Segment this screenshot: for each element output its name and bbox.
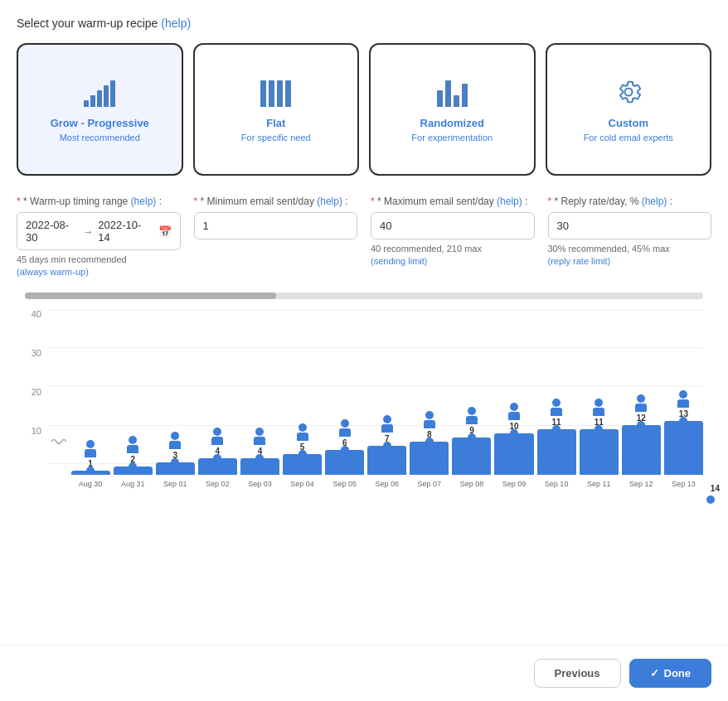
done-label: Done — [664, 667, 692, 679]
min-email-help-link[interactable]: (help) — [317, 196, 342, 207]
y-label-10: 10 — [25, 426, 41, 436]
bar-body-8 — [410, 442, 449, 475]
x-label-3: Sep 02 — [198, 480, 237, 490]
y-label-30: 30 — [25, 348, 41, 358]
chart-bar-group-10: 10 — [494, 403, 533, 475]
chart-bar-group-4: 4 — [240, 428, 279, 475]
wave-icon — [50, 433, 66, 450]
bar-dot-5 — [298, 450, 307, 458]
sending-limit-link[interactable]: (sending limit) — [371, 256, 427, 266]
recipe-card-flat[interactable]: Flat For specific need — [193, 43, 360, 176]
min-email-field: * * Minimum email sent/day (help) : — [194, 196, 358, 279]
x-label-6: Sep 05 — [325, 480, 364, 490]
always-warmup-link[interactable]: (always warm-up) — [17, 267, 89, 277]
figure-body — [677, 399, 689, 408]
done-button[interactable]: ✓ Done — [629, 659, 712, 688]
recipe-help-link[interactable]: (help) — [161, 17, 191, 30]
x-label-12: Sep 11 — [580, 480, 619, 490]
x-label-8: Sep 07 — [410, 480, 449, 490]
recipe-flat-subtitle: For specific need — [241, 133, 311, 143]
recipe-card-grow-progressive[interactable]: Grow - Progressive Most recommended — [17, 43, 183, 176]
bar-dot-11 — [552, 425, 561, 433]
x-label-13: Sep 12 — [622, 480, 661, 490]
warmup-help-link[interactable]: (help) — [131, 196, 157, 207]
date-range-input[interactable]: 2022-08-30 → 2022-10-14 📅 — [17, 212, 181, 250]
warmup-hint: 45 days min recommended (always warm-up) — [17, 254, 181, 279]
chart-scrollbar[interactable] — [25, 292, 703, 299]
chart-y-axis: 40 30 20 10 — [25, 309, 48, 490]
max-email-help-link[interactable]: (help) — [497, 196, 522, 207]
chart-container: 40 30 20 10 — [17, 292, 711, 490]
bar-dot-1 — [129, 462, 137, 471]
reply-rate-field: * * Reply rate/day, % (help) : 30% recom… — [548, 196, 712, 279]
figure-body — [635, 404, 647, 412]
bar-dot-10 — [510, 429, 518, 438]
figure-head — [298, 423, 307, 432]
bar-body-9 — [452, 438, 491, 475]
bar-dot-8 — [425, 438, 434, 446]
recipe-rand-subtitle: For experimentation — [411, 133, 493, 143]
x-label-14: Sep 13 — [664, 480, 703, 490]
max-email-field: * * Maximum email sent/day (help) : 40 r… — [371, 196, 535, 279]
bar-body-4 — [240, 458, 279, 475]
max-email-label: * * Maximum email sent/day (help) : — [371, 196, 535, 207]
figure-head — [510, 403, 518, 411]
bar-body-7 — [367, 446, 406, 475]
y-label-40: 40 — [25, 309, 41, 319]
max-email-input[interactable] — [371, 212, 535, 239]
bar-body-1 — [114, 467, 153, 475]
x-label-11: Sep 10 — [537, 480, 576, 490]
bar-dot-4 — [255, 454, 264, 462]
figure-body — [169, 441, 181, 449]
recipe-rand-title: Randomized — [420, 117, 484, 129]
recipe-card-randomized[interactable]: Randomized For experimentation — [369, 43, 536, 176]
chart-bar-group-8: 8 — [410, 411, 449, 475]
figure-head — [255, 428, 264, 436]
reply-rate-help-link[interactable]: (help) — [642, 196, 667, 207]
figure-head — [171, 432, 179, 440]
figure-body — [551, 408, 562, 416]
chart-bar-group-6: 6 — [325, 419, 364, 475]
bar-dot-0 — [86, 467, 95, 475]
chart-main: 1234456789101111121413 Aug 30Aug 31Sep 0… — [48, 309, 703, 490]
chart-bar-group-2: 3 — [156, 432, 195, 475]
previous-button[interactable]: Previous — [534, 659, 621, 688]
figure-body — [254, 437, 265, 445]
max-email-hint: 40 recommended, 210 max (sending limit) — [371, 243, 535, 268]
chart-bar-group-9: 9 — [452, 407, 491, 475]
figure-head — [383, 415, 391, 423]
x-label-7: Sep 06 — [367, 480, 406, 490]
figure-body — [211, 437, 223, 445]
x-label-9: Sep 08 — [452, 480, 491, 490]
figure-body — [424, 420, 435, 428]
bar-dot-7 — [383, 442, 391, 450]
min-email-label: * * Minimum email sent/day (help) : — [194, 196, 358, 207]
figure-head — [129, 436, 137, 444]
bar-body-5 — [283, 454, 322, 475]
bar-body-2 — [156, 462, 195, 475]
min-email-input[interactable] — [194, 212, 358, 239]
calendar-icon: 📅 — [158, 225, 172, 238]
reply-rate-limit-link[interactable]: (reply rate limit) — [548, 256, 611, 266]
figure-body — [593, 408, 604, 416]
recipe-flat-title: Flat — [266, 117, 285, 129]
select-recipe-label: Select your warm-up recipe — [17, 17, 158, 30]
chart-bar-group-3: 4 — [198, 428, 237, 475]
warmup-timing-label: * * Warm-up timing range (help) : — [17, 196, 181, 207]
figure-head — [637, 394, 645, 403]
figure-head — [468, 407, 476, 415]
date-arrow: → — [82, 225, 93, 238]
bar-dot-9 — [468, 433, 476, 442]
section-title: Select your warm-up recipe (help) — [17, 17, 711, 30]
x-axis-labels: Aug 30Aug 31Sep 01Sep 02Sep 03Sep 04Sep … — [48, 475, 703, 490]
form-row: * * Warm-up timing range (help) : 2022-0… — [17, 196, 711, 279]
recipe-card-custom[interactable]: Custom For cold email experts — [546, 43, 712, 176]
figure-head — [425, 411, 434, 419]
chart-bars: 1234456789101111121413 — [48, 309, 703, 475]
reply-rate-input[interactable] — [548, 212, 712, 239]
figure-head — [86, 440, 95, 448]
recipe-grow-subtitle: Most recommended — [60, 133, 140, 143]
figure-body — [466, 416, 478, 424]
chart-scrollbar-thumb — [25, 292, 276, 299]
figure-head — [679, 390, 687, 399]
